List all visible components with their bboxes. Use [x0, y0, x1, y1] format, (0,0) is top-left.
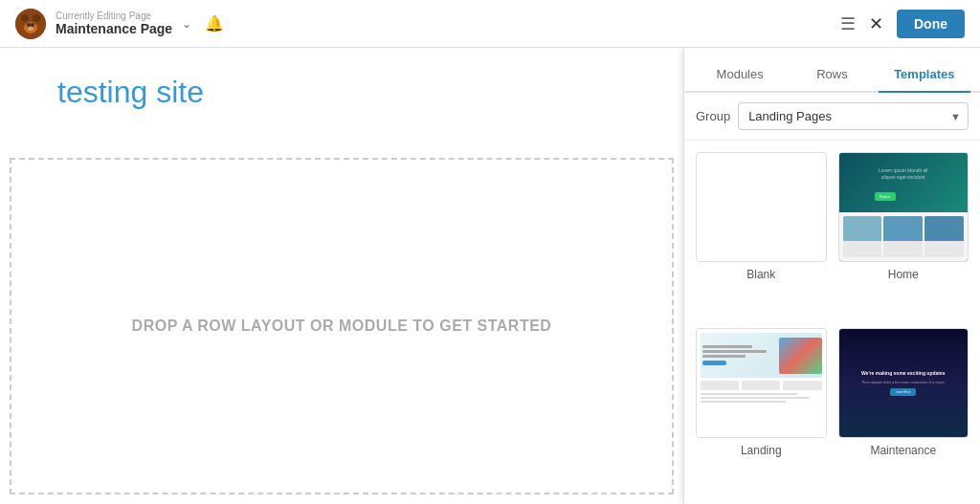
thumb-home-visual: Lorem ipsum blondit allaliquet eget tinc…: [839, 153, 969, 261]
topbar-controls: ⌄ 🔔: [182, 14, 224, 33]
template-home[interactable]: Lorem ipsum blondit allaliquet eget tinc…: [838, 152, 969, 317]
topbar-right: ☰ ✕ Done: [840, 10, 965, 38]
svg-point-6: [28, 27, 33, 31]
drop-zone[interactable]: DROP A ROW LAYOUT OR MODULE TO GET START…: [10, 158, 674, 494]
templates-grid: Blank Lorem ipsum blondit allaliquet ege…: [684, 141, 980, 504]
group-select-wrapper: Landing Pages All Templates Header Foote…: [738, 102, 969, 130]
thumb-landing-copy: [701, 343, 775, 367]
template-landing[interactable]: Landing: [696, 328, 827, 493]
thumb-home-cta: Button: [875, 192, 896, 201]
chevron-down-icon[interactable]: ⌄: [182, 17, 191, 31]
group-select[interactable]: Landing Pages All Templates Header Foote…: [738, 102, 969, 130]
done-button[interactable]: Done: [897, 10, 965, 38]
thumb-home-card-3: [924, 216, 964, 257]
right-panel: Modules Rows Templates Group Landing Pag…: [683, 48, 980, 504]
drop-zone-text: DROP A ROW LAYOUT OR MODULE TO GET START…: [132, 318, 552, 335]
template-blank-label: Blank: [746, 268, 775, 281]
svg-point-4: [27, 23, 31, 27]
template-blank[interactable]: Blank: [696, 152, 827, 317]
tab-templates[interactable]: Templates: [879, 57, 970, 93]
svg-point-2: [33, 14, 40, 22]
topbar-left: Currently Editing Page Maintenance Page …: [15, 9, 224, 39]
thumb-home-content: Lorem ipsum blondit allaliquet eget tinc…: [875, 164, 931, 202]
bell-icon[interactable]: 🔔: [205, 14, 224, 33]
thumb-landing-graphic: [779, 338, 821, 374]
svg-point-1: [21, 14, 29, 22]
template-home-label: Home: [888, 268, 919, 281]
panel-group-row: Group Landing Pages All Templates Header…: [684, 93, 980, 141]
template-landing-label: Landing: [741, 444, 782, 457]
template-landing-thumb: [696, 328, 827, 438]
thumb-home-card-1: [843, 216, 882, 257]
page-title: Maintenance Page: [56, 21, 172, 36]
close-button[interactable]: ✕: [865, 10, 887, 38]
thumb-maint-visual: We're making some exciting updates Proin…: [839, 329, 969, 437]
thumb-landing-body: [701, 381, 822, 403]
thumb-landing-header: [701, 333, 822, 378]
template-home-thumb: Lorem ipsum blondit allaliquet eget tinc…: [838, 152, 969, 262]
thumb-maint-title: We're making some exciting updates: [856, 370, 951, 377]
template-maintenance-thumb: We're making some exciting updates Proin…: [838, 328, 969, 438]
thumb-home-text: Lorem ipsum blondit allaliquet eget tinc…: [875, 164, 931, 185]
thumb-home-top: Lorem ipsum blondit allaliquet eget tinc…: [839, 153, 969, 212]
topbar: Currently Editing Page Maintenance Page …: [0, 0, 980, 48]
thumb-landing-visual: [697, 329, 826, 437]
menu-lines-icon[interactable]: ☰: [840, 13, 856, 34]
panel-tabs: Modules Rows Templates: [684, 57, 980, 93]
template-maintenance-label: Maintenance: [870, 444, 936, 457]
bear-icon: [15, 9, 46, 39]
avatar: [15, 9, 46, 39]
template-maintenance[interactable]: We're making some exciting updates Proin…: [838, 328, 969, 493]
currently-editing-label: Currently Editing Page: [56, 11, 172, 21]
group-label: Group: [696, 109, 730, 123]
tab-modules[interactable]: Modules: [694, 57, 786, 93]
thumb-home-card-2: [883, 216, 923, 257]
main-canvas: testing site DROP A ROW LAYOUT OR MODULE…: [0, 48, 980, 504]
thumb-maint-sub: Proin aliquam dolor a leo a nam consecte…: [855, 381, 952, 385]
template-blank-thumb: [696, 152, 827, 262]
tab-rows[interactable]: Rows: [786, 57, 878, 93]
thumb-home-bottom: [839, 212, 969, 261]
svg-point-5: [31, 23, 34, 27]
thumb-maint-btn: Learn More: [890, 388, 916, 396]
topbar-info: Currently Editing Page Maintenance Page: [56, 11, 172, 36]
